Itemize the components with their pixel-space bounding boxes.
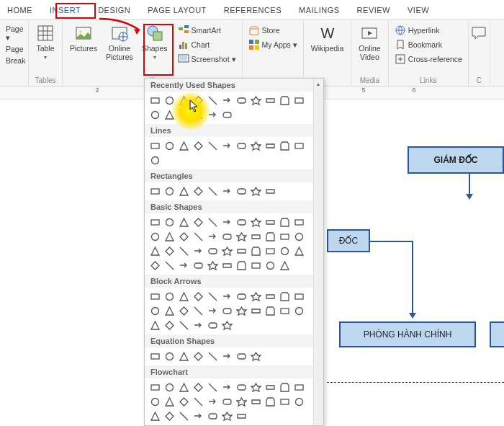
shape-option[interactable] [207,109,219,121]
blank-page-button[interactable]: Page [3,45,25,53]
shape-option[interactable] [250,259,262,272]
shape-option[interactable] [250,245,262,257]
shape-option[interactable] [207,216,219,228]
shape-option[interactable] [279,381,291,394]
tab-references[interactable]: REFERENCES [221,1,284,19]
shape-option[interactable] [192,140,204,152]
shape-option[interactable] [250,185,262,198]
shape-option[interactable] [149,216,161,228]
shape-option[interactable] [207,381,219,394]
shape-option[interactable] [235,216,248,228]
shape-option[interactable] [163,231,176,243]
shape-option[interactable] [178,290,190,303]
shape-option[interactable] [264,396,276,408]
shape-option[interactable] [293,290,305,303]
shape-option[interactable] [250,350,262,363]
shape-option[interactable] [207,185,219,198]
shape-option[interactable] [192,350,204,363]
shape-option[interactable] [178,350,190,363]
shape-option[interactable] [279,259,291,272]
shape-option[interactable] [264,305,276,317]
shape-option[interactable] [264,259,276,272]
shape-option[interactable] [235,290,248,303]
shape-option[interactable] [235,381,248,394]
tab-design[interactable]: DESIGN [95,1,133,19]
shape-option[interactable] [264,290,276,303]
shape-option[interactable] [250,381,262,394]
shape-option[interactable] [192,396,204,408]
shape-option[interactable] [235,396,248,408]
shape-option[interactable] [250,305,262,317]
shape-option[interactable] [178,94,190,107]
shape-option[interactable] [149,109,161,121]
store-button[interactable]: Store [246,25,300,36]
shape-option[interactable] [149,245,161,257]
shape-option[interactable] [264,216,276,228]
shape-option[interactable] [178,185,190,198]
shape-option[interactable] [264,185,276,198]
shape-option[interactable] [192,245,204,257]
shape-option[interactable] [221,185,233,198]
scroll-up-icon[interactable]: ▴ [315,80,322,87]
shape-option[interactable] [264,94,276,107]
shape-option[interactable] [207,245,219,257]
shape-option[interactable] [235,185,248,198]
shape-option[interactable] [221,259,233,272]
screenshot-button[interactable]: Screenshot ▾ [175,53,239,65]
shape-option[interactable] [264,231,276,243]
shape-option[interactable] [221,410,233,422]
shape-option[interactable] [149,381,161,394]
shape-option[interactable] [250,94,262,107]
shape-option[interactable] [149,290,161,303]
shape-option[interactable] [279,245,291,257]
shape-option[interactable] [178,305,190,317]
shape-option[interactable] [163,140,176,152]
shape-option[interactable] [207,319,219,332]
shape-option[interactable] [178,319,190,332]
cover-page-button[interactable]: Page ▾ [3,25,25,42]
shape-option[interactable] [178,410,190,422]
shape-option[interactable] [250,231,262,243]
pictures-button[interactable]: Pictures [66,22,102,65]
shape-option[interactable] [221,109,233,121]
shape-option[interactable] [163,350,176,363]
shape-option[interactable] [149,259,161,272]
tab-view[interactable]: VIEW [405,1,432,19]
shape-option[interactable] [192,410,204,422]
scrollbar[interactable]: ▴ [313,79,323,425]
shape-option[interactable] [221,290,233,303]
shape-option[interactable] [207,350,219,363]
shape-option[interactable] [279,290,291,303]
shape-option[interactable] [207,231,219,243]
tab-mailings[interactable]: MAILINGS [296,1,343,19]
shape-option[interactable] [221,216,233,228]
shape-option[interactable] [178,216,190,228]
cross-reference-button[interactable]: Cross-reference [392,53,465,65]
shape-option[interactable] [149,305,161,317]
org-box-right-crop[interactable] [490,321,504,347]
shape-option[interactable] [163,109,176,121]
shape-option[interactable] [163,185,176,198]
shape-option[interactable] [293,381,305,394]
shape-option[interactable] [250,216,262,228]
shape-option[interactable] [279,140,291,152]
shape-option[interactable] [192,259,204,272]
online-video-button[interactable]: Online Video [354,22,384,63]
shape-option[interactable] [163,290,176,303]
shape-option[interactable] [235,350,248,363]
shape-option[interactable] [192,381,204,394]
shape-option[interactable] [178,231,190,243]
bookmark-button[interactable]: Bookmark [392,39,465,50]
shape-option[interactable] [264,381,276,394]
chart-button[interactable]: Chart [175,39,239,50]
shape-option[interactable] [149,154,161,167]
shape-option[interactable] [250,396,262,408]
shape-option[interactable] [235,245,248,257]
shape-option[interactable] [149,185,161,198]
shape-option[interactable] [279,216,291,228]
shape-option[interactable] [293,231,305,243]
shape-option[interactable] [192,305,204,317]
page-break-button[interactable]: Break [3,56,25,65]
shape-option[interactable] [178,109,190,121]
shape-option[interactable] [163,216,176,228]
